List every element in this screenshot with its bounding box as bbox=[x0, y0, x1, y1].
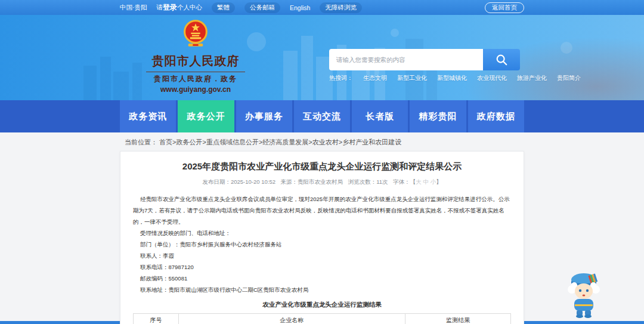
login-prefix: 请 bbox=[157, 4, 163, 11]
search-button[interactable] bbox=[483, 49, 520, 70]
hot-search-link-ecology[interactable]: 生态文明 bbox=[363, 74, 387, 82]
hot-search-link-intro[interactable]: 贵阳简介 bbox=[557, 74, 581, 82]
paragraph-contact-intro: 受理情况反映的部门、电话和地址： bbox=[133, 227, 511, 239]
font-size-medium-button[interactable]: 中 bbox=[423, 178, 429, 185]
national-emblem-icon bbox=[182, 18, 209, 50]
hot-search-link-tourism[interactable]: 旅游产业化 bbox=[517, 74, 547, 82]
traditional-chinese-link[interactable]: 繁體 bbox=[212, 2, 235, 13]
nav-tab-services[interactable]: 办事服务 bbox=[236, 100, 292, 132]
hot-search-link-agriculture[interactable]: 农业现代化 bbox=[477, 74, 507, 82]
hot-search-label: 热搜词： bbox=[329, 74, 353, 82]
mascot-assistant-icon[interactable] bbox=[566, 270, 602, 319]
nav-tab-senior[interactable]: 长者版 bbox=[352, 100, 408, 132]
hot-search-link-urbanization[interactable]: 新型城镇化 bbox=[437, 74, 467, 82]
column-header-result: 监测结果 bbox=[405, 314, 510, 324]
nav-tab-disclosure[interactable]: 政务公开 bbox=[178, 100, 234, 132]
site-banner: 贵阳市人民政府 贵阳市人民政府．政务 www.guiyang.gov.cn 热搜… bbox=[0, 15, 644, 100]
article-card: 2025年度贵阳市农业产业化市级重点龙头企业运行监测和评定结果公示 发布日期：2… bbox=[120, 151, 524, 324]
site-logo[interactable]: 贵阳市人民政府 贵阳市人民政府．政务 www.guiyang.gov.cn bbox=[145, 18, 246, 94]
source: 贵阳市农业农村局 bbox=[298, 178, 343, 185]
font-size-label: 字体：【 bbox=[393, 178, 416, 185]
publish-date-label: 发布日期： bbox=[202, 178, 231, 185]
source-label: 来源： bbox=[281, 178, 298, 185]
column-header-index: 序号 bbox=[134, 314, 179, 324]
paragraph-address: 联系地址：贵阳市观山湖区市级行政中心二期C区贵阳市农业农村局 bbox=[133, 284, 511, 295]
login-bold: 登录 bbox=[163, 3, 177, 11]
search-input[interactable] bbox=[329, 49, 483, 70]
login-suffix: 个人中心 bbox=[177, 4, 202, 11]
table-header-row: 序号 企业名称 监测结果 bbox=[134, 314, 511, 324]
hot-search-link-industry[interactable]: 新型工业化 bbox=[397, 74, 427, 82]
nav-tab-interaction[interactable]: 互动交流 bbox=[294, 100, 350, 132]
paragraph-department: 部门（单位）：贵阳市乡村振兴服务中心农村经济服务站 bbox=[133, 239, 511, 250]
search-icon bbox=[495, 53, 508, 66]
font-size-small-button[interactable]: 小 bbox=[431, 178, 436, 185]
breadcrumb-label: 当前位置： bbox=[125, 138, 157, 146]
site-title: 贵阳市人民政府 bbox=[145, 53, 246, 69]
article-body: 经贵阳市农业产业化市级重点龙头企业联席会议成员单位审定，现对2025年开展的农业… bbox=[133, 193, 511, 295]
accessibility-link[interactable]: 无障碍浏览 bbox=[320, 2, 362, 13]
topbar-region-link[interactable]: 中国·贵阳 bbox=[120, 4, 147, 12]
paragraph-contact-person: 联系人：李霞 bbox=[133, 250, 511, 261]
breadcrumb-path[interactable]: 首页>政务公开>重点领域信息公开>经济高质量发展>农业农村>乡村产业和农田建设 bbox=[159, 138, 401, 146]
breadcrumb: 当前位置： 首页>政务公开>重点领域信息公开>经济高质量发展>农业农村>乡村产业… bbox=[120, 132, 524, 151]
nav-tab-news[interactable]: 政务资讯 bbox=[120, 100, 176, 132]
font-size-large-button[interactable]: 大 bbox=[416, 178, 422, 185]
main-navigation: 政务资讯 政务公开 办事服务 互动交流 长者版 精彩贵阳 政府数据 bbox=[0, 100, 644, 132]
table-caption: 农业产业化市级重点龙头企业运行监测结果 bbox=[133, 301, 511, 309]
back-home-button[interactable]: 返回首页 bbox=[485, 2, 524, 13]
official-mail-link[interactable]: 公务邮箱 bbox=[244, 2, 280, 13]
site-url: www.guiyang.gov.cn bbox=[145, 85, 246, 94]
nav-tab-data[interactable]: 政府数据 bbox=[468, 100, 524, 132]
views-label: 浏览次数： bbox=[348, 178, 377, 185]
site-subtitle: 贵阳市人民政府．政务 bbox=[145, 74, 246, 84]
article-title: 2025年度贵阳市农业产业化市级重点龙头企业运行监测和评定结果公示 bbox=[133, 161, 511, 172]
login-link[interactable]: 请登录个人中心 bbox=[157, 2, 203, 13]
paragraph-announcement: 经贵阳市农业产业化市级重点龙头企业联席会议成员单位审定，现对2025年开展的农业… bbox=[133, 193, 511, 227]
logo-divider bbox=[146, 72, 245, 72]
article-meta: 发布日期：2025-10-20 10:52 来源：贵阳市农业农村局 浏览次数：1… bbox=[133, 178, 511, 186]
english-link[interactable]: English bbox=[290, 4, 310, 11]
top-utility-bar: 中国·贵阳 请登录个人中心 繁體 公务邮箱 English 无障碍浏览 返回首页 bbox=[0, 0, 644, 15]
hot-search-row: 热搜词： 生态文明 新型工业化 新型城镇化 农业现代化 旅游产业化 贵阳简介 bbox=[329, 74, 581, 82]
nav-tab-highlights[interactable]: 精彩贵阳 bbox=[410, 100, 466, 132]
views-count: 11次 bbox=[376, 178, 388, 185]
font-size-label-close: 】 bbox=[436, 178, 442, 185]
paragraph-phone: 联系电话：87987120 bbox=[133, 261, 511, 273]
search-bar bbox=[329, 49, 520, 70]
paragraph-postcode: 邮政编码：550081 bbox=[133, 273, 511, 284]
column-header-company: 企业名称 bbox=[178, 314, 405, 324]
publish-date: 2025-10-20 10:52 bbox=[231, 178, 275, 185]
monitoring-results-table: 序号 企业名称 监测结果 1 贵州合力超市采购有限公司 合格 2 贵州友禾种业有… bbox=[133, 313, 511, 324]
